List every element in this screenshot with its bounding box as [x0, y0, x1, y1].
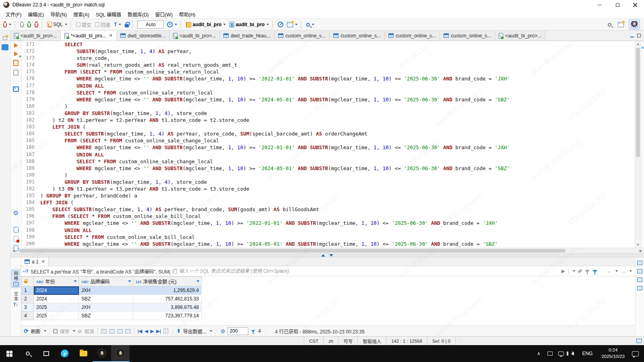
transaction-log-button[interactable]: T [112, 21, 123, 29]
editor-tab[interactable]: *<audit_bi_pro... ✕ [61, 31, 117, 41]
results-grid[interactable]: ABC年份ABC品牌编码123净销售金额 (元)12024JXH1,295,62… [21, 276, 635, 325]
grid-cell[interactable]: JXH [79, 303, 133, 312]
column-header[interactable]: 123净销售金额 (元) [133, 277, 202, 286]
volume-tray-icon[interactable] [568, 348, 577, 359]
dbeaver-perspective-button[interactable] [629, 19, 640, 30]
keyboard-tray-icon[interactable] [545, 348, 555, 359]
minimize-panel-button[interactable] [630, 34, 634, 37]
close-button[interactable] [626, 0, 644, 10]
taskbar-search-button[interactable] [19, 345, 37, 362]
duplicate-row-icon[interactable] [109, 329, 115, 333]
row-number[interactable]: 4 [22, 312, 34, 320]
minimize-button[interactable] [591, 0, 609, 10]
edge-button[interactable]: e [56, 345, 74, 362]
sql-editor[interactable]: 171 SELECT172 SUBSTR(mgclear_time, 1, 4)… [22, 41, 635, 248]
row-number[interactable]: 1 [22, 286, 34, 295]
save-button[interactable]: 保存 [60, 328, 70, 335]
scroll-up-icon[interactable]: ▲ [635, 41, 641, 47]
show-view-icon[interactable] [636, 339, 642, 343]
editor-tab[interactable]: custom_online_s... [330, 31, 385, 41]
sort-icon[interactable] [196, 280, 200, 282]
value-viewer-icon[interactable] [637, 261, 642, 265]
grid-cell[interactable]: 2024 [34, 286, 79, 295]
gear-icon[interactable]: ⚙ [221, 329, 225, 334]
lock-button[interactable] [123, 21, 130, 29]
grid-cell[interactable]: JXH [79, 286, 133, 295]
schema-selector[interactable]: audit_bi_pro [228, 21, 270, 29]
sql-console-icon[interactable] [13, 86, 19, 92]
menu-item[interactable]: 帮助(H) [176, 10, 199, 19]
search-button[interactable] [305, 22, 316, 28]
chevron-down-icon[interactable] [44, 330, 46, 332]
execute-statement-icon[interactable] [14, 43, 18, 48]
database-selector[interactable]: audit_bi_pro [184, 21, 227, 29]
sort-icon[interactable] [128, 280, 131, 282]
reconnect-button[interactable] [26, 21, 33, 29]
row-number[interactable]: 3 [22, 303, 34, 312]
commit-button[interactable]: 提交 [74, 20, 93, 29]
status-cell[interactable]: zh [323, 337, 338, 345]
row-number[interactable]: 2 [22, 295, 34, 303]
rollback-button[interactable]: 回滚 [93, 20, 112, 29]
erase-filter-icon[interactable] [578, 269, 582, 273]
transaction-history-button[interactable] [165, 21, 179, 29]
table-row[interactable]: 22024SBZ757,462,815.33 [22, 295, 202, 303]
close-icon[interactable]: ✕ [41, 259, 45, 264]
grid-cell[interactable]: 3,898,875.48 [133, 303, 202, 312]
restore-panels-button[interactable]: ···· [0, 31, 10, 41]
results-tab[interactable]: a 1 ✕ [21, 257, 49, 266]
filter-count-icon[interactable] [251, 330, 255, 332]
editor-tab[interactable]: custom_online_s... [275, 31, 330, 41]
status-cell[interactable]: 智能插入 [357, 337, 386, 345]
grid-cell[interactable]: 757,462,815.33 [133, 295, 202, 303]
grid-cell[interactable]: 2025 [34, 303, 79, 312]
back-icon[interactable]: ← [607, 268, 612, 274]
custom-filter-icon[interactable] [592, 270, 597, 273]
scrollbar-thumb[interactable] [636, 48, 640, 157]
editor-tab[interactable]: <audit_bi_pro>... [495, 31, 545, 41]
scroll-right-icon[interactable]: ▶ [638, 249, 644, 253]
task-view-button[interactable] [37, 345, 56, 362]
connect-button[interactable] [19, 21, 25, 29]
editor-tab[interactable]: custom_online_s... [440, 31, 495, 41]
expand-up-icon[interactable] [321, 254, 325, 257]
grid-cell[interactable]: 2024 [34, 295, 79, 303]
add-row-icon[interactable] [101, 329, 107, 333]
menu-item[interactable]: 搜索(A) [70, 10, 93, 19]
network-tray-icon[interactable] [556, 348, 566, 359]
menu-item[interactable]: 导航(N) [47, 10, 70, 19]
table-row[interactable]: 12024JXH1,295,629.4 [22, 286, 202, 295]
expand-filter-icon[interactable] [173, 269, 177, 274]
disconnect-button[interactable] [33, 21, 40, 29]
grid-corner-cell[interactable] [22, 277, 34, 286]
sort-icon[interactable] [74, 280, 77, 282]
menu-item[interactable]: 数据库(D) [124, 10, 152, 19]
presentation-tab-text[interactable]: 文本 T↕ [12, 290, 20, 308]
maximize-panel-button[interactable] [637, 34, 641, 37]
grid-cell[interactable]: 1,295,629.4 [133, 286, 202, 295]
column-header[interactable]: ABC品牌编码 [79, 277, 133, 286]
execute-script-icon[interactable] [13, 60, 19, 66]
scrollbar-thumb[interactable] [19, 249, 566, 253]
fetch-size-input[interactable] [227, 327, 248, 335]
metadata-panel-icon[interactable] [637, 278, 642, 282]
presentation-tab-grid[interactable]: 网格 [11, 269, 20, 288]
first-row-icon[interactable]: |◀ [138, 329, 142, 334]
new-connection-button[interactable] [2, 21, 13, 29]
start-button[interactable] [0, 345, 19, 362]
forward-icon[interactable]: → [621, 268, 626, 274]
quick-access-search-button[interactable] [606, 22, 613, 28]
notification-center-button[interactable] [630, 348, 640, 359]
tray-expand-button[interactable]: ∧ [534, 348, 543, 359]
dashboard-button[interactable] [276, 21, 285, 29]
export-script-icon[interactable] [14, 227, 19, 232]
scroll-down-icon[interactable]: ▼ [635, 242, 641, 248]
compare-button[interactable] [285, 21, 299, 29]
calc-panel-icon[interactable] [637, 269, 642, 274]
editor-tab[interactable]: <audit_bi_pro>... [169, 31, 220, 41]
menu-item[interactable]: 窗口(W) [152, 10, 176, 19]
filter-expression-input[interactable] [179, 268, 559, 274]
remove-filter-icon[interactable] [585, 270, 590, 273]
problems-doc-icon[interactable] [14, 236, 19, 242]
editor-horizontal-scrollbar[interactable]: ◀ ▶ [10, 248, 644, 253]
